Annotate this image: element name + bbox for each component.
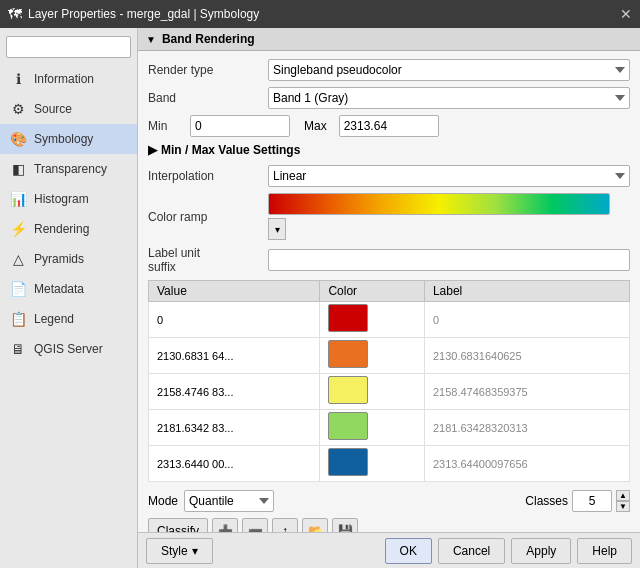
mode-select[interactable]: QuantileEqual IntervalJenks — [184, 490, 274, 512]
ok-button[interactable]: OK — [385, 538, 432, 564]
color-ramp-bar[interactable] — [268, 193, 610, 215]
content-panel: ▼ Band Rendering Render type Singleband … — [138, 28, 640, 568]
window-title: Layer Properties - merge_gdal | Symbolog… — [28, 7, 259, 21]
interpolation-select[interactable]: LinearDiscreteExact — [268, 165, 630, 187]
classify-button[interactable]: Classify — [148, 518, 208, 532]
interpolation-row: Interpolation LinearDiscreteExact — [148, 165, 630, 187]
remove-icon: ➖ — [248, 524, 263, 532]
cell-color[interactable] — [320, 374, 425, 410]
ok-label: OK — [400, 544, 417, 558]
folder-icon: 📂 — [308, 524, 323, 532]
remove-entry-button[interactable]: ➖ — [242, 518, 268, 532]
max-input[interactable] — [339, 115, 439, 137]
cell-color[interactable] — [320, 338, 425, 374]
close-button[interactable]: ✕ — [620, 6, 632, 22]
sidebar-item-pyramids[interactable]: △ Pyramids — [0, 244, 137, 274]
table-row[interactable]: 2181.6342 83... 2181.63428320313 — [149, 410, 630, 446]
information-icon: ℹ — [8, 69, 28, 89]
min-max-settings-label: Min / Max Value Settings — [161, 143, 300, 157]
rendering-icon: ⚡ — [8, 219, 28, 239]
mode-label: Mode — [148, 494, 178, 508]
band-label: Band — [148, 91, 268, 105]
search-input[interactable] — [6, 36, 131, 58]
pyramids-icon: △ — [8, 249, 28, 269]
classes-decrement-button[interactable]: ▼ — [616, 501, 630, 512]
cell-label: 2158.47468359375 — [424, 374, 629, 410]
dialog-footer: Style ▾ OK Cancel Apply Help — [138, 532, 640, 568]
col-header-color: Color — [320, 281, 425, 302]
save-button[interactable]: 💾 — [332, 518, 358, 532]
sidebar-item-label: Information — [34, 72, 94, 86]
render-type-label: Render type — [148, 63, 268, 77]
sidebar-item-legend[interactable]: 📋 Legend — [0, 304, 137, 334]
sidebar: ℹ Information ⚙ Source 🎨 Symbology ◧ Tra… — [0, 28, 138, 568]
band-row: Band Band 1 (Gray) — [148, 87, 630, 109]
table-row[interactable]: 2313.6440 00... 2313.64400097656 — [149, 446, 630, 482]
sidebar-item-label: QGIS Server — [34, 342, 103, 356]
cell-value: 2130.6831 64... — [149, 338, 320, 374]
sidebar-item-transparency[interactable]: ◧ Transparency — [0, 154, 137, 184]
sidebar-item-qgis-server[interactable]: 🖥 QGIS Server — [0, 334, 137, 364]
cell-value: 2158.4746 83... — [149, 374, 320, 410]
table-row[interactable]: 2130.6831 64... 2130.6831640625 — [149, 338, 630, 374]
legend-icon: 📋 — [8, 309, 28, 329]
band-rendering-header[interactable]: ▼ Band Rendering — [138, 28, 640, 51]
help-label: Help — [592, 544, 617, 558]
sidebar-item-label: Rendering — [34, 222, 89, 236]
style-button[interactable]: Style ▾ — [146, 538, 213, 564]
color-ramp-container: ▾ — [268, 193, 630, 240]
sidebar-item-information[interactable]: ℹ Information — [0, 64, 137, 94]
min-max-settings-header[interactable]: ▶ Min / Max Value Settings — [148, 143, 630, 157]
up-icon: ↑ — [282, 524, 288, 532]
subsection-arrow-icon: ▶ — [148, 143, 157, 157]
cancel-label: Cancel — [453, 544, 490, 558]
add-entry-button[interactable]: ➕ — [212, 518, 238, 532]
color-table: Value Color Label 0 0 2130.6831 64... 21… — [148, 280, 630, 482]
action-row: Classify ➕ ➖ ↑ 📂 💾 — [148, 518, 630, 532]
cell-color[interactable] — [320, 410, 425, 446]
style-arrow-icon: ▾ — [192, 544, 198, 558]
color-ramp-dropdown-button[interactable]: ▾ — [268, 218, 286, 240]
cell-color[interactable] — [320, 302, 425, 338]
classes-increment-button[interactable]: ▲ — [616, 490, 630, 501]
table-row[interactable]: 0 0 — [149, 302, 630, 338]
color-ramp-label: Color ramp — [148, 210, 268, 224]
cell-color[interactable] — [320, 446, 425, 482]
title-bar: 🗺 Layer Properties - merge_gdal | Symbol… — [0, 0, 640, 28]
min-label: Min — [148, 119, 184, 133]
render-type-select[interactable]: Singleband pseudocolorSingleband grayMul… — [268, 59, 630, 81]
apply-button[interactable]: Apply — [511, 538, 571, 564]
sidebar-item-rendering[interactable]: ⚡ Rendering — [0, 214, 137, 244]
sidebar-item-label: Histogram — [34, 192, 89, 206]
open-button[interactable]: 📂 — [302, 518, 328, 532]
save-icon: 💾 — [338, 524, 353, 532]
interpolation-label: Interpolation — [148, 169, 268, 183]
symbology-icon: 🎨 — [8, 129, 28, 149]
cell-value: 2181.6342 83... — [149, 410, 320, 446]
classes-spinner: ▲ ▼ — [616, 490, 630, 512]
sidebar-item-source[interactable]: ⚙ Source — [0, 94, 137, 124]
form-area: Render type Singleband pseudocolorSingle… — [138, 51, 640, 532]
classes-input[interactable] — [572, 490, 612, 512]
min-input[interactable] — [190, 115, 290, 137]
table-row[interactable]: 2158.4746 83... 2158.47468359375 — [149, 374, 630, 410]
label-unit-label: Label unit suffix — [148, 246, 268, 274]
sidebar-item-symbology[interactable]: 🎨 Symbology — [0, 124, 137, 154]
histogram-icon: 📊 — [8, 189, 28, 209]
help-button[interactable]: Help — [577, 538, 632, 564]
cancel-button[interactable]: Cancel — [438, 538, 505, 564]
sidebar-item-label: Pyramids — [34, 252, 84, 266]
sidebar-item-label: Transparency — [34, 162, 107, 176]
sidebar-item-metadata[interactable]: 📄 Metadata — [0, 274, 137, 304]
sidebar-item-histogram[interactable]: 📊 Histogram — [0, 184, 137, 214]
min-max-row: Min Max — [148, 115, 630, 137]
color-ramp-row: Color ramp ▾ — [148, 193, 630, 240]
cell-label: 2130.6831640625 — [424, 338, 629, 374]
band-select[interactable]: Band 1 (Gray) — [268, 87, 630, 109]
cell-value: 2313.6440 00... — [149, 446, 320, 482]
col-header-label: Label — [424, 281, 629, 302]
cell-label: 2313.64400097656 — [424, 446, 629, 482]
up-button[interactable]: ↑ — [272, 518, 298, 532]
qgis-server-icon: 🖥 — [8, 339, 28, 359]
label-unit-input[interactable] — [268, 249, 630, 271]
